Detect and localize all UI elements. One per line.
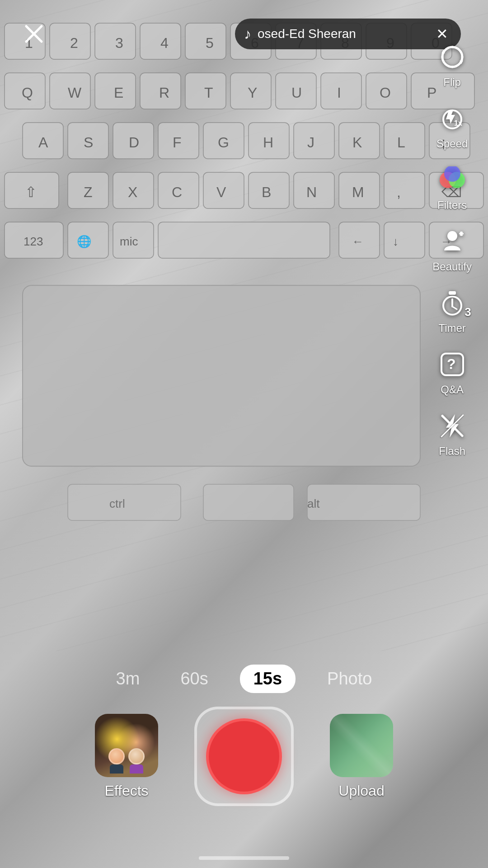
- record-button-inner: [206, 718, 282, 794]
- close-icon: [23, 23, 45, 45]
- beautify-icon: [436, 225, 469, 258]
- qa-icon: ?: [436, 348, 469, 381]
- svg-text:S: S: [84, 134, 93, 151]
- flip-control[interactable]: Flip: [432, 36, 472, 93]
- flash-control[interactable]: Flash: [432, 405, 472, 462]
- char-2: [128, 748, 145, 774]
- record-button[interactable]: [194, 707, 294, 806]
- char2-body: [130, 764, 143, 774]
- svg-rect-27: [321, 73, 361, 109]
- svg-text:O: O: [380, 85, 391, 101]
- filters-icon: [436, 164, 469, 196]
- svg-text:ctrl: ctrl: [109, 497, 125, 510]
- svg-rect-98: [203, 484, 294, 520]
- char1-head: [108, 748, 125, 764]
- flash-icon: [436, 410, 469, 442]
- timer-label: Timer: [438, 322, 465, 335]
- top-bar: ♪ osed-Ed Sheeran ✕: [0, 0, 488, 54]
- effects-characters: [108, 748, 145, 774]
- svg-text:K: K: [352, 134, 362, 151]
- speed-label: Speed: [436, 137, 468, 150]
- svg-text:123: 123: [23, 235, 43, 248]
- svg-text:?: ?: [447, 356, 456, 372]
- svg-text:←: ←: [352, 235, 364, 248]
- svg-text:I: I: [337, 85, 341, 101]
- svg-rect-83: [158, 222, 330, 258]
- char1-body: [110, 764, 123, 774]
- music-note-icon: ♪: [244, 26, 251, 42]
- timer-icon: 3: [436, 287, 469, 319]
- beautify-label: Beautify: [432, 260, 472, 273]
- timer-badge: 3: [465, 305, 471, 319]
- svg-text:G: G: [218, 134, 229, 151]
- svg-text:↓: ↓: [393, 235, 399, 248]
- bottom-area: 3m 60s 15s Photo: [0, 651, 488, 868]
- svg-text:U: U: [291, 85, 302, 101]
- char-1: [108, 748, 125, 774]
- duration-3m[interactable]: 3m: [107, 665, 149, 693]
- svg-rect-113: [449, 291, 456, 295]
- close-button[interactable]: [18, 18, 50, 50]
- svg-text:T: T: [204, 85, 213, 101]
- svg-text:B: B: [262, 184, 271, 200]
- svg-text:⇧: ⇧: [25, 184, 37, 200]
- filters-label: Filters: [437, 199, 467, 212]
- effects-button[interactable]: Effects: [95, 714, 158, 799]
- music-title: osed-Ed Sheeran: [258, 27, 426, 41]
- beautify-control[interactable]: Beautify: [429, 221, 475, 278]
- svg-text:F: F: [173, 134, 182, 151]
- svg-point-108: [447, 231, 457, 241]
- effects-thumb-inner: [95, 714, 158, 777]
- svg-text:Y: Y: [248, 85, 257, 101]
- svg-text:🌐: 🌐: [77, 234, 92, 249]
- svg-text:X: X: [128, 184, 137, 200]
- svg-text:V: V: [216, 184, 226, 200]
- qa-control[interactable]: ? Q&A: [432, 344, 472, 401]
- upload-label: Upload: [338, 783, 384, 799]
- svg-rect-68: [384, 172, 425, 208]
- svg-text:L: L: [397, 134, 405, 151]
- filters-control[interactable]: Filters: [432, 159, 472, 216]
- svg-rect-93: [23, 285, 420, 466]
- duration-photo[interactable]: Photo: [318, 665, 381, 693]
- svg-text:W: W: [68, 85, 82, 101]
- svg-line-116: [452, 307, 457, 309]
- svg-text:alt: alt: [307, 497, 320, 510]
- char2-head: [128, 748, 145, 764]
- svg-text:J: J: [307, 134, 314, 151]
- svg-marker-119: [446, 414, 459, 438]
- flip-icon: [436, 41, 469, 73]
- effects-thumbnail: [95, 714, 158, 777]
- flip-label: Flip: [443, 76, 461, 89]
- upload-button[interactable]: Upload: [330, 714, 393, 799]
- svg-text:,: ,: [397, 184, 401, 200]
- svg-text:Q: Q: [22, 85, 33, 101]
- duration-15s[interactable]: 15s: [240, 665, 296, 693]
- qa-label: Q&A: [441, 383, 464, 396]
- svg-text:A: A: [38, 134, 48, 151]
- svg-rect-95: [307, 484, 420, 520]
- svg-text:1x: 1x: [454, 119, 462, 127]
- svg-text:H: H: [263, 134, 273, 151]
- svg-text:R: R: [159, 85, 169, 101]
- svg-text:Z: Z: [84, 184, 93, 200]
- svg-text:N: N: [306, 184, 317, 200]
- svg-text:M: M: [352, 184, 364, 200]
- svg-text:D: D: [129, 134, 139, 151]
- home-indicator: [199, 856, 289, 860]
- record-row: Effects Upload: [0, 702, 488, 815]
- svg-text:mic: mic: [120, 235, 138, 248]
- svg-rect-85: [384, 222, 425, 258]
- upload-thumbnail: [330, 714, 393, 777]
- duration-selector: 3m 60s 15s Photo: [0, 651, 488, 702]
- timer-control[interactable]: 3 Timer: [432, 282, 472, 339]
- svg-text:E: E: [114, 85, 123, 101]
- effects-label: Effects: [104, 783, 148, 799]
- speed-icon: 1x: [436, 102, 469, 135]
- flash-label: Flash: [439, 445, 465, 458]
- music-pill[interactable]: ♪ osed-Ed Sheeran ✕: [235, 19, 461, 49]
- svg-text:C: C: [172, 184, 182, 200]
- speed-control[interactable]: 1x Speed: [432, 98, 472, 155]
- right-controls: Flip 1x Speed Filters: [429, 36, 475, 462]
- duration-60s[interactable]: 60s: [171, 665, 217, 693]
